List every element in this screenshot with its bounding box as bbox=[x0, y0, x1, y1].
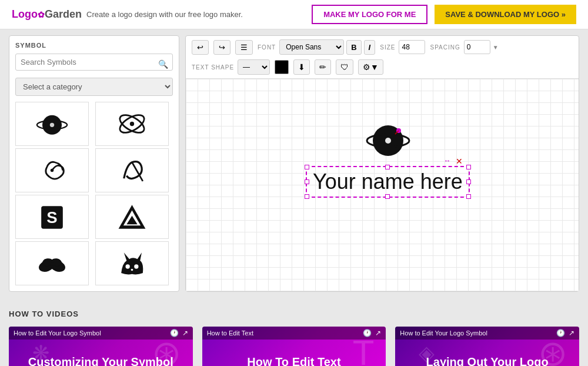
symbol-cell-4[interactable] bbox=[95, 148, 169, 192]
resize-icon[interactable]: ↔ bbox=[444, 157, 451, 165]
symbol-panel-title: SYMBOL bbox=[15, 42, 173, 49]
font-select[interactable]: Open Sans bbox=[279, 39, 344, 55]
save-download-button[interactable]: SAVE & DOWNLOAD MY LOGO » bbox=[435, 5, 576, 24]
svg-point-17 bbox=[126, 264, 130, 268]
video-card-3: ⊛ ☰ ◈ How to Edit Your Logo Symbol 🕐 ↗ L… bbox=[395, 327, 579, 366]
spacing-section: SPACING ▼ bbox=[430, 40, 498, 54]
video-card-1: ⊛ ◎ ❋ How to Edit Your Logo Symbol 🕐 ↗ C… bbox=[9, 327, 193, 366]
search-icon: 🔍 bbox=[158, 59, 168, 69]
bold-button[interactable]: B bbox=[346, 40, 361, 55]
symbol-cell-3[interactable] bbox=[15, 148, 89, 192]
svg-point-22 bbox=[385, 138, 391, 144]
handle-br[interactable] bbox=[466, 194, 471, 199]
logo-brand: Logo✿Garden bbox=[12, 8, 82, 21]
search-symbols-input[interactable] bbox=[15, 54, 173, 71]
make-logo-button[interactable]: MAKE MY LOGO FOR ME bbox=[312, 5, 427, 24]
font-label: FONT bbox=[258, 44, 276, 51]
svg-text:S: S bbox=[46, 208, 57, 227]
header-tagline: Create a logo design with our free logo … bbox=[86, 10, 243, 19]
symbol-panel: SYMBOL 🔍 Select a category bbox=[9, 35, 179, 292]
handle-bl[interactable] bbox=[305, 194, 309, 199]
handle-tl[interactable] bbox=[305, 165, 309, 169]
handle-tm[interactable] bbox=[385, 165, 390, 169]
canvas-area: ↩ ↪ ☰ FONT Open Sans B I SIZE SPACING ▼ bbox=[185, 35, 579, 292]
how-to-videos-section: HOW TO VIDEOS ⊛ ◎ ❋ How to Edit Your Log… bbox=[0, 298, 588, 366]
spacing-input[interactable] bbox=[464, 40, 490, 54]
spacing-label: SPACING bbox=[430, 44, 460, 51]
spacing-dropdown-icon: ▼ bbox=[493, 44, 499, 51]
video-big-title-3: Laying Out Your Logo bbox=[420, 355, 554, 367]
symbol-cell-2[interactable] bbox=[95, 102, 169, 146]
logo-symbol[interactable] bbox=[365, 114, 412, 163]
redo-button[interactable]: ↪ bbox=[213, 40, 230, 55]
header: Logo✿Garden Create a logo design with ou… bbox=[0, 0, 588, 29]
symbol-cell-1[interactable] bbox=[15, 102, 89, 146]
svg-point-16 bbox=[51, 263, 54, 267]
text-selected-box[interactable]: ✕ ↔ Your name here bbox=[306, 166, 470, 198]
handle-ml[interactable] bbox=[305, 179, 309, 184]
video-overlay-1: Customizing Your Symbol bbox=[9, 327, 193, 366]
handle-tr[interactable] bbox=[466, 165, 471, 169]
italic-button[interactable]: I bbox=[364, 40, 376, 55]
download-icon-button[interactable]: ⬇ bbox=[293, 59, 310, 75]
video-overlay-3: Laying Out Your Logo bbox=[395, 327, 579, 366]
logo-area: Logo✿Garden Create a logo design with ou… bbox=[12, 8, 312, 21]
canvas-text[interactable]: Your name here bbox=[313, 169, 463, 194]
canvas-content[interactable]: ✕ ↔ Your name here bbox=[186, 79, 579, 291]
svg-point-19 bbox=[131, 269, 133, 271]
text-align-button[interactable]: ☰ bbox=[235, 40, 253, 55]
how-to-title: HOW TO VIDEOS bbox=[9, 310, 579, 318]
settings-icon-button[interactable]: ⚙▼ bbox=[358, 59, 383, 75]
undo-button[interactable]: ↩ bbox=[192, 40, 209, 55]
text-shape-section: TEXT SHAPE — bbox=[192, 59, 270, 75]
edit-icon-button[interactable]: ✏ bbox=[315, 59, 331, 75]
video-card-2: T Aa How to Edit Text 🕐 ↗ How To Edit Te… bbox=[202, 327, 386, 366]
video-big-title-2: How To Edit Text bbox=[241, 355, 346, 367]
video-overlay-2: How To Edit Text bbox=[202, 327, 386, 366]
font-section: FONT Open Sans B I bbox=[258, 39, 375, 55]
category-select[interactable]: Select a category bbox=[15, 78, 173, 96]
search-wrapper: 🔍 bbox=[15, 54, 173, 74]
handle-bm[interactable] bbox=[385, 194, 390, 199]
symbol-cell-5[interactable]: S bbox=[15, 195, 89, 239]
text-shape-label: TEXT SHAPE bbox=[192, 64, 234, 71]
color-swatch[interactable] bbox=[275, 60, 289, 74]
main-area: SYMBOL 🔍 Select a category bbox=[0, 29, 588, 298]
size-input[interactable] bbox=[399, 40, 425, 54]
videos-grid: ⊛ ◎ ❋ How to Edit Your Logo Symbol 🕐 ↗ C… bbox=[9, 327, 579, 366]
symbol-cell-7[interactable] bbox=[15, 241, 89, 285]
shield-icon-button[interactable]: 🛡 bbox=[336, 59, 353, 75]
svg-point-18 bbox=[134, 264, 138, 268]
svg-point-2 bbox=[50, 123, 54, 127]
video-big-title-1: Customizing Your Symbol bbox=[22, 355, 179, 367]
handle-mr[interactable] bbox=[466, 179, 471, 184]
symbol-cell-8[interactable] bbox=[95, 241, 169, 285]
size-label: SIZE bbox=[380, 44, 395, 51]
svg-point-6 bbox=[51, 169, 54, 172]
symbol-cell-6[interactable] bbox=[95, 195, 169, 239]
svg-point-5 bbox=[130, 122, 134, 126]
text-shape-select[interactable]: — bbox=[238, 59, 270, 75]
size-section: SIZE bbox=[380, 40, 425, 54]
delete-icon[interactable]: ✕ bbox=[456, 157, 463, 166]
symbols-grid: S bbox=[15, 102, 173, 285]
toolbar: ↩ ↪ ☰ FONT Open Sans B I SIZE SPACING ▼ bbox=[186, 36, 579, 79]
